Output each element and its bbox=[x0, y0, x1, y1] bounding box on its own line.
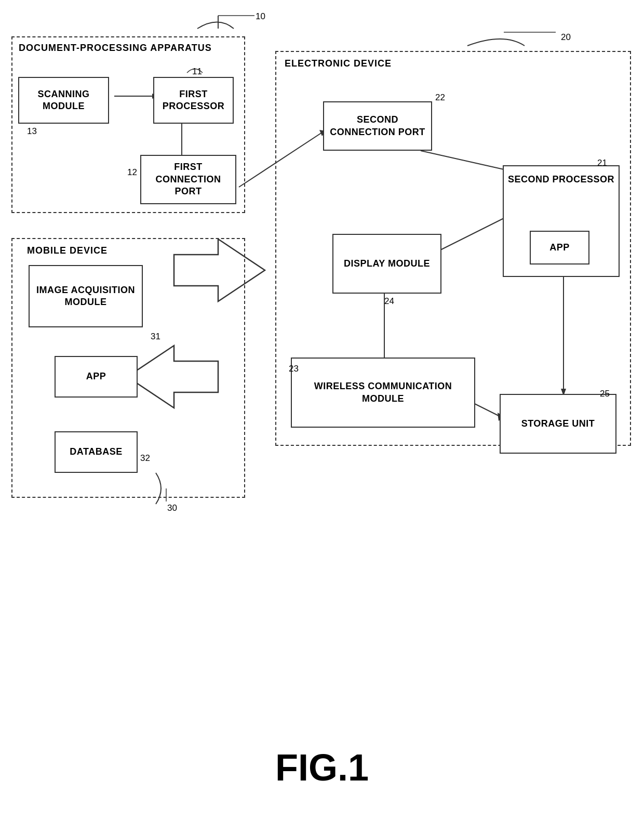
first-processor-box: FIRST PROCESSOR bbox=[153, 77, 234, 124]
ref-20: 20 bbox=[561, 32, 571, 43]
wireless-comm-box: WIRELESS COMMUNICATION MODULE bbox=[291, 358, 475, 428]
ref-21: 21 bbox=[597, 158, 607, 168]
figure-label: FIG.1 bbox=[275, 746, 369, 789]
diagram: DOCUMENT-PROCESSING APPARATUS 10 SCANNIN… bbox=[0, 0, 644, 820]
image-acquisition-box: IMAGE ACQUISITION MODULE bbox=[29, 265, 143, 327]
ref-23: 23 bbox=[289, 364, 299, 374]
ref-11: 11 bbox=[192, 67, 202, 77]
ref-24: 24 bbox=[384, 296, 394, 307]
first-connection-port-box: FIRST CONNECTION PORT bbox=[140, 155, 236, 204]
ref-13: 13 bbox=[27, 126, 37, 137]
second-connection-port-box: SECOND CONNECTION PORT bbox=[323, 101, 432, 151]
scanning-module-box: SCANNING MODULE bbox=[18, 77, 109, 124]
ref-32: 32 bbox=[140, 453, 150, 464]
ref-30: 30 bbox=[167, 503, 177, 513]
display-module-box: DISPLAY MODULE bbox=[332, 234, 441, 294]
electronic-device-label: ELECTRONIC DEVICE bbox=[285, 58, 392, 69]
doc-processing-label: DOCUMENT-PROCESSING APPARATUS bbox=[19, 43, 212, 54]
app-md-box: APP bbox=[55, 356, 138, 398]
mobile-device-label: MOBILE DEVICE bbox=[27, 245, 108, 256]
ref-22: 22 bbox=[435, 92, 445, 103]
second-processor-box: SECOND PROCESSOR APP bbox=[503, 165, 620, 277]
ref-31: 31 bbox=[151, 332, 160, 342]
storage-unit-box: STORAGE UNIT bbox=[500, 394, 616, 454]
ref-10: 10 bbox=[256, 11, 265, 22]
database-box: DATABASE bbox=[55, 431, 138, 473]
ref-25: 25 bbox=[600, 389, 610, 399]
ref-12: 12 bbox=[127, 167, 137, 178]
app-ep-box: APP bbox=[530, 231, 589, 264]
